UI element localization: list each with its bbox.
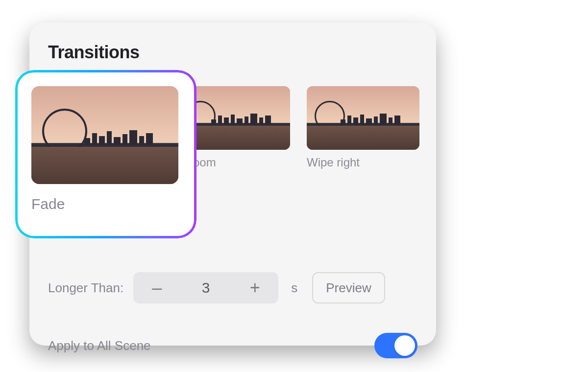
toggle-knob (394, 335, 415, 356)
transition-item-wipe-right[interactable]: Wipe right (307, 86, 419, 169)
duration-stepper: – 3 + (133, 272, 278, 303)
apply-all-label: Apply to All Scene (48, 338, 151, 353)
panel-title: Transitions (48, 42, 417, 63)
duration-unit: s (291, 280, 297, 296)
transition-label: Wipe right (307, 156, 419, 169)
duration-row: Longer Than: – 3 + s Preview (48, 272, 417, 303)
transition-thumbnail (307, 86, 419, 150)
apply-all-row: Apply to All Scene (48, 333, 417, 358)
transition-thumbnail (177, 86, 290, 150)
apply-all-toggle[interactable] (374, 333, 417, 358)
transition-item-fade-zoom[interactable]: e zoom (177, 86, 290, 169)
increment-button[interactable]: + (235, 272, 274, 303)
transition-label: Fade (31, 196, 180, 212)
duration-label: Longer Than: (48, 280, 123, 296)
preview-button[interactable]: Preview (312, 272, 385, 303)
transition-label: e zoom (177, 156, 290, 169)
transition-thumbnail (31, 86, 178, 184)
transition-item-selected[interactable]: Fade (18, 72, 194, 236)
decrement-button[interactable]: – (137, 272, 176, 303)
duration-value[interactable]: 3 (176, 279, 235, 296)
